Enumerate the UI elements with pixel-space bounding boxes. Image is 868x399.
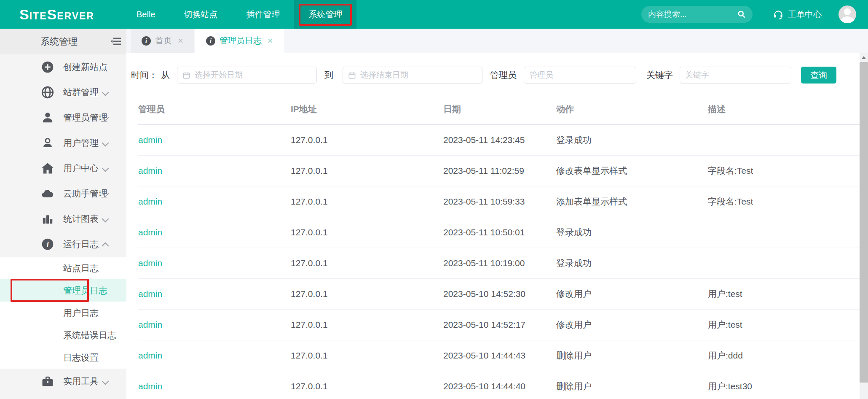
sidebar-item-cloud-assistant[interactable]: 云助手管理 xyxy=(0,181,126,206)
action-cell: 删除用户 xyxy=(556,350,708,361)
nav-item-switch-site[interactable]: 切换站点 xyxy=(169,0,232,29)
date-cell: 2023-05-11 10:50:01 xyxy=(443,227,556,237)
action-cell: 删除用户 xyxy=(556,380,708,392)
sidebar-item-site-group[interactable]: 站群管理 xyxy=(0,80,126,105)
sidebar-subitem-admin-log[interactable]: 管理员日志 xyxy=(0,279,126,302)
ip-cell: 127.0.0.1 xyxy=(291,381,443,391)
sidebar-subitem-site-log[interactable]: 站点日志 xyxy=(0,257,126,279)
close-icon[interactable]: × xyxy=(178,36,183,46)
headset-icon xyxy=(773,9,784,20)
chevron-down-icon xyxy=(102,165,109,172)
action-cell: 登录成功 xyxy=(556,226,708,238)
action-cell: 修改表单显示样式 xyxy=(556,165,708,177)
admin-link[interactable]: admin xyxy=(138,350,291,361)
logo-text: S xyxy=(19,6,29,23)
info-circle-icon: i xyxy=(40,237,55,251)
admin-link[interactable]: admin xyxy=(138,258,291,268)
sidebar-item-user-center[interactable]: 用户中心 xyxy=(0,156,126,181)
date-cell: 2023-05-10 14:52:30 xyxy=(443,289,556,299)
nav-item-belle[interactable]: Belle xyxy=(122,0,169,29)
bar-chart-icon xyxy=(40,213,55,225)
from-label: 从 xyxy=(161,69,170,81)
column-header-date: 日期 xyxy=(443,103,556,115)
start-date-input[interactable] xyxy=(177,67,317,84)
vertical-scrollbar[interactable] xyxy=(860,53,868,399)
scrollbar-thumb[interactable] xyxy=(860,62,868,383)
sidebar-item-run-logs[interactable]: i 运行日志 xyxy=(0,232,126,257)
keyword-filter-input[interactable] xyxy=(680,67,791,84)
siteserver-logo[interactable]: SITESERVER xyxy=(19,6,94,23)
date-cell: 2023-05-10 14:52:17 xyxy=(443,320,556,330)
info-circle-icon: i xyxy=(142,36,151,46)
close-icon[interactable]: × xyxy=(268,36,273,46)
tab-admin-log[interactable]: i 管理员日志 × xyxy=(195,29,284,53)
chevron-down-icon xyxy=(102,216,109,223)
column-header-action: 动作 xyxy=(556,103,708,115)
start-date-field[interactable] xyxy=(195,70,311,80)
sidebar-item-user-management[interactable]: 用户管理 xyxy=(0,130,126,156)
sidebar-item-utilities[interactable]: 实用工具 xyxy=(0,369,126,394)
sidebar-subitem-system-error-log[interactable]: 系统错误日志 xyxy=(0,324,126,346)
description-cell: 字段名:Test xyxy=(708,165,860,177)
date-cell: 2023-05-11 11:02:59 xyxy=(443,166,556,176)
admin-link[interactable]: admin xyxy=(138,320,291,330)
tab-label: 首页 xyxy=(155,35,172,46)
column-header-description: 描述 xyxy=(708,103,860,115)
date-cell: 2023-05-10 14:44:40 xyxy=(443,381,556,391)
tab-bar: i 首页 × i 管理员日志 × xyxy=(126,29,868,53)
action-cell: 登录成功 xyxy=(556,257,708,269)
date-cell: 2023-05-11 14:23:45 xyxy=(443,135,556,145)
user-avatar[interactable] xyxy=(839,5,856,23)
admin-link[interactable]: admin xyxy=(138,381,291,391)
admin-link[interactable]: admin xyxy=(138,197,291,207)
admin-field[interactable] xyxy=(529,70,631,80)
admin-filter-input[interactable] xyxy=(524,67,636,84)
table-row: admin 127.0.0.1 2023-05-10 14:52:17 修改用户… xyxy=(138,310,860,340)
ticket-center-label: 工单中心 xyxy=(788,9,822,20)
sidebar-item-statistics[interactable]: 统计图表 xyxy=(0,206,126,232)
search-icon[interactable] xyxy=(737,10,746,19)
search-input[interactable] xyxy=(648,10,734,19)
description-cell: 用户:test xyxy=(708,288,860,300)
main-content: 时间： 从 到 管理员 关键字 查询 xyxy=(126,53,860,399)
date-cell: 2023-05-11 10:19:00 xyxy=(443,258,556,268)
description-cell: 用户:ddd xyxy=(708,350,860,361)
ip-cell: 127.0.0.1 xyxy=(291,227,443,237)
content-search-box[interactable] xyxy=(641,6,753,23)
globe-icon xyxy=(40,86,55,99)
ip-cell: 127.0.0.1 xyxy=(291,320,443,330)
end-date-field[interactable] xyxy=(360,70,477,80)
action-cell: 添加表单显示样式 xyxy=(556,196,708,208)
ip-cell: 127.0.0.1 xyxy=(291,258,443,268)
menu-fold-icon[interactable] xyxy=(110,35,122,48)
header-right-group: 工单中心 xyxy=(641,5,856,23)
admin-link[interactable]: admin xyxy=(138,227,291,237)
sidebar-header: 系统管理 xyxy=(0,29,126,54)
table-row: admin 127.0.0.1 2023-05-11 10:50:01 登录成功 xyxy=(138,217,860,248)
chevron-down-icon xyxy=(102,89,109,96)
sidebar-subitem-log-settings[interactable]: 日志设置 xyxy=(0,346,126,369)
sidebar-item-create-site[interactable]: 创建新站点 xyxy=(0,54,126,80)
keyword-field[interactable] xyxy=(685,70,786,80)
chevron-down-icon xyxy=(102,378,109,385)
admin-user-icon xyxy=(40,111,55,124)
user-icon xyxy=(40,136,55,150)
ticket-center-link[interactable]: 工单中心 xyxy=(773,9,822,20)
ip-cell: 127.0.0.1 xyxy=(291,350,443,361)
query-button[interactable]: 查询 xyxy=(801,67,836,84)
ip-cell: 127.0.0.1 xyxy=(291,166,443,176)
admin-log-table: 管理员 IP地址 日期 动作 描述 admin 127.0.0.1 2023-0… xyxy=(138,94,860,399)
admin-link[interactable]: admin xyxy=(138,289,291,299)
tab-home[interactable]: i 首页 × xyxy=(131,29,195,53)
info-circle-icon: i xyxy=(206,36,215,46)
sidebar-item-admin-management[interactable]: 管理员管理 xyxy=(0,105,126,130)
nav-item-system-management[interactable]: 系统管理 xyxy=(294,0,356,29)
admin-link[interactable]: admin xyxy=(138,135,291,145)
end-date-input[interactable] xyxy=(343,67,482,84)
admin-link[interactable]: admin xyxy=(138,166,291,176)
nav-item-plugin-management[interactable]: 插件管理 xyxy=(232,0,294,29)
siteserver-admin-app: SITESERVER Belle 切换站点 插件管理 系统管理 xyxy=(0,0,868,399)
sidebar: 系统管理 创建新站点 xyxy=(0,29,126,399)
scrollbar-up-arrow-icon[interactable] xyxy=(860,53,868,62)
sidebar-subitem-user-log[interactable]: 用户日志 xyxy=(0,302,126,324)
